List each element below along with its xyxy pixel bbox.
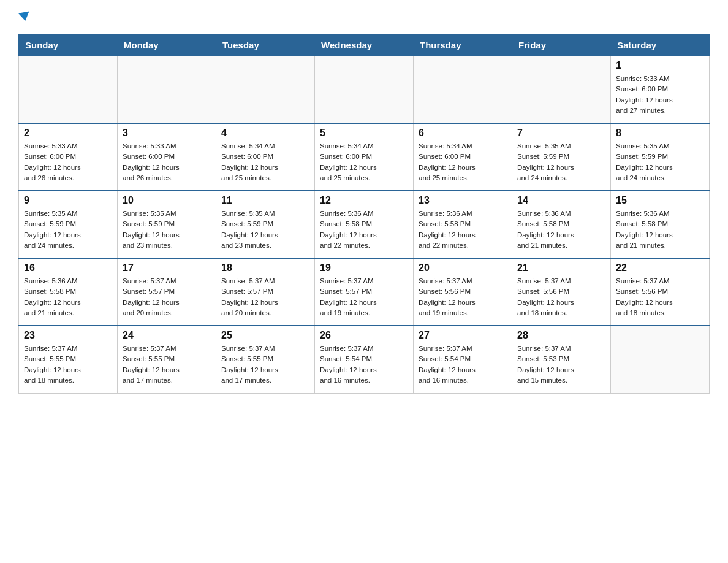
calendar-day-cell: 10Sunrise: 5:35 AM Sunset: 5:59 PM Dayli… [118, 191, 216, 258]
day-number: 4 [221, 128, 309, 139]
day-number: 11 [221, 195, 309, 206]
calendar-day-cell: 26Sunrise: 5:37 AM Sunset: 5:54 PM Dayli… [315, 326, 414, 393]
calendar-day-cell: 9Sunrise: 5:35 AM Sunset: 5:59 PM Daylig… [19, 191, 118, 258]
day-info: Sunrise: 5:37 AM Sunset: 5:54 PM Dayligh… [320, 343, 408, 386]
day-info: Sunrise: 5:36 AM Sunset: 5:58 PM Dayligh… [24, 276, 112, 318]
calendar-day-cell [216, 56, 315, 123]
day-number: 3 [123, 128, 211, 139]
calendar-week-row: 2Sunrise: 5:33 AM Sunset: 6:00 PM Daylig… [19, 123, 710, 191]
logo [18, 12, 30, 23]
day-info: Sunrise: 5:37 AM Sunset: 5:54 PM Dayligh… [419, 343, 507, 386]
calendar-day-cell: 25Sunrise: 5:37 AM Sunset: 5:55 PM Dayli… [216, 326, 315, 393]
day-number: 5 [320, 128, 408, 139]
calendar-day-cell: 28Sunrise: 5:37 AM Sunset: 5:53 PM Dayli… [512, 326, 611, 393]
calendar-day-cell: 13Sunrise: 5:36 AM Sunset: 5:58 PM Dayli… [414, 191, 512, 258]
col-header-saturday: Saturday [611, 35, 710, 56]
col-header-monday: Monday [118, 35, 216, 56]
col-header-thursday: Thursday [414, 35, 512, 56]
day-info: Sunrise: 5:35 AM Sunset: 5:59 PM Dayligh… [616, 141, 704, 183]
calendar-day-cell: 19Sunrise: 5:37 AM Sunset: 5:57 PM Dayli… [315, 258, 414, 326]
calendar-day-cell: 21Sunrise: 5:37 AM Sunset: 5:56 PM Dayli… [512, 258, 611, 326]
day-number: 1 [616, 60, 704, 71]
day-info: Sunrise: 5:37 AM Sunset: 5:56 PM Dayligh… [517, 276, 605, 318]
day-number: 27 [419, 330, 507, 341]
calendar-day-cell: 3Sunrise: 5:33 AM Sunset: 6:00 PM Daylig… [118, 123, 216, 191]
calendar-day-cell [315, 56, 414, 123]
day-info: Sunrise: 5:33 AM Sunset: 6:00 PM Dayligh… [616, 74, 704, 116]
day-number: 12 [320, 195, 408, 206]
calendar-day-cell: 23Sunrise: 5:37 AM Sunset: 5:55 PM Dayli… [19, 326, 118, 393]
calendar-day-cell: 15Sunrise: 5:36 AM Sunset: 5:58 PM Dayli… [611, 191, 710, 258]
day-info: Sunrise: 5:36 AM Sunset: 5:58 PM Dayligh… [616, 209, 704, 251]
calendar-day-cell: 1Sunrise: 5:33 AM Sunset: 6:00 PM Daylig… [611, 56, 710, 123]
day-info: Sunrise: 5:34 AM Sunset: 6:00 PM Dayligh… [221, 141, 309, 183]
day-number: 13 [419, 195, 507, 206]
day-info: Sunrise: 5:36 AM Sunset: 5:58 PM Dayligh… [419, 209, 507, 251]
day-info: Sunrise: 5:37 AM Sunset: 5:56 PM Dayligh… [616, 276, 704, 318]
day-info: Sunrise: 5:35 AM Sunset: 5:59 PM Dayligh… [221, 209, 309, 251]
day-number: 22 [616, 262, 704, 274]
calendar-day-cell [118, 56, 216, 123]
day-info: Sunrise: 5:37 AM Sunset: 5:56 PM Dayligh… [419, 276, 507, 318]
calendar-day-cell: 16Sunrise: 5:36 AM Sunset: 5:58 PM Dayli… [19, 258, 118, 326]
day-number: 10 [123, 195, 211, 206]
calendar-day-cell [611, 326, 710, 393]
day-info: Sunrise: 5:37 AM Sunset: 5:57 PM Dayligh… [123, 276, 211, 318]
col-header-tuesday: Tuesday [216, 35, 315, 56]
day-info: Sunrise: 5:33 AM Sunset: 6:00 PM Dayligh… [123, 141, 211, 183]
calendar-table: SundayMondayTuesdayWednesdayThursdayFrid… [18, 34, 710, 394]
day-info: Sunrise: 5:35 AM Sunset: 5:59 PM Dayligh… [123, 209, 211, 251]
day-info: Sunrise: 5:34 AM Sunset: 6:00 PM Dayligh… [320, 141, 408, 183]
day-number: 9 [24, 195, 112, 206]
calendar-day-cell: 4Sunrise: 5:34 AM Sunset: 6:00 PM Daylig… [216, 123, 315, 191]
day-info: Sunrise: 5:37 AM Sunset: 5:55 PM Dayligh… [221, 343, 309, 386]
calendar-day-cell: 12Sunrise: 5:36 AM Sunset: 5:58 PM Dayli… [315, 191, 414, 258]
calendar-week-row: 1Sunrise: 5:33 AM Sunset: 6:00 PM Daylig… [19, 56, 710, 123]
calendar-day-cell [19, 56, 118, 123]
calendar-day-cell: 8Sunrise: 5:35 AM Sunset: 5:59 PM Daylig… [611, 123, 710, 191]
calendar-day-cell: 5Sunrise: 5:34 AM Sunset: 6:00 PM Daylig… [315, 123, 414, 191]
day-info: Sunrise: 5:36 AM Sunset: 5:58 PM Dayligh… [517, 209, 605, 251]
calendar-day-cell: 20Sunrise: 5:37 AM Sunset: 5:56 PM Dayli… [414, 258, 512, 326]
day-info: Sunrise: 5:37 AM Sunset: 5:53 PM Dayligh… [517, 343, 605, 386]
calendar-week-row: 23Sunrise: 5:37 AM Sunset: 5:55 PM Dayli… [19, 326, 710, 393]
calendar-day-cell: 27Sunrise: 5:37 AM Sunset: 5:54 PM Dayli… [414, 326, 512, 393]
day-number: 6 [419, 128, 507, 139]
calendar-week-row: 16Sunrise: 5:36 AM Sunset: 5:58 PM Dayli… [19, 258, 710, 326]
day-info: Sunrise: 5:34 AM Sunset: 6:00 PM Dayligh… [419, 141, 507, 183]
day-number: 17 [123, 262, 211, 274]
day-number: 21 [517, 262, 605, 274]
page-header [18, 12, 710, 23]
day-number: 25 [221, 330, 309, 341]
day-number: 16 [24, 262, 112, 274]
calendar-day-cell: 24Sunrise: 5:37 AM Sunset: 5:55 PM Dayli… [118, 326, 216, 393]
col-header-wednesday: Wednesday [315, 35, 414, 56]
day-number: 23 [24, 330, 112, 341]
calendar-day-cell: 11Sunrise: 5:35 AM Sunset: 5:59 PM Dayli… [216, 191, 315, 258]
calendar-day-cell: 6Sunrise: 5:34 AM Sunset: 6:00 PM Daylig… [414, 123, 512, 191]
day-number: 20 [419, 262, 507, 274]
calendar-day-cell: 14Sunrise: 5:36 AM Sunset: 5:58 PM Dayli… [512, 191, 611, 258]
col-header-sunday: Sunday [19, 35, 118, 56]
calendar-day-cell: 7Sunrise: 5:35 AM Sunset: 5:59 PM Daylig… [512, 123, 611, 191]
day-info: Sunrise: 5:35 AM Sunset: 5:59 PM Dayligh… [24, 209, 112, 251]
day-info: Sunrise: 5:37 AM Sunset: 5:55 PM Dayligh… [24, 343, 112, 386]
calendar-day-cell [414, 56, 512, 123]
calendar-day-cell: 18Sunrise: 5:37 AM Sunset: 5:57 PM Dayli… [216, 258, 315, 326]
day-number: 24 [123, 330, 211, 341]
day-number: 7 [517, 128, 605, 139]
calendar-week-row: 9Sunrise: 5:35 AM Sunset: 5:59 PM Daylig… [19, 191, 710, 258]
day-info: Sunrise: 5:37 AM Sunset: 5:55 PM Dayligh… [123, 343, 211, 386]
day-number: 15 [616, 195, 704, 206]
col-header-friday: Friday [512, 35, 611, 56]
logo-triangle-icon [18, 12, 31, 22]
day-number: 8 [616, 128, 704, 139]
day-number: 14 [517, 195, 605, 206]
calendar-day-cell: 2Sunrise: 5:33 AM Sunset: 6:00 PM Daylig… [19, 123, 118, 191]
calendar-day-cell: 17Sunrise: 5:37 AM Sunset: 5:57 PM Dayli… [118, 258, 216, 326]
day-info: Sunrise: 5:37 AM Sunset: 5:57 PM Dayligh… [320, 276, 408, 318]
day-info: Sunrise: 5:36 AM Sunset: 5:58 PM Dayligh… [320, 209, 408, 251]
day-number: 19 [320, 262, 408, 274]
day-number: 2 [24, 128, 112, 139]
calendar-header-row: SundayMondayTuesdayWednesdayThursdayFrid… [19, 35, 710, 56]
